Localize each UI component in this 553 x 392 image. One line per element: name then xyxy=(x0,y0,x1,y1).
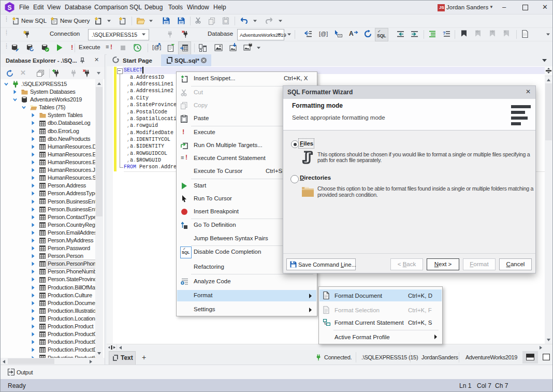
svg-text:S: S xyxy=(7,4,11,11)
svg-text:?: ? xyxy=(443,31,446,36)
